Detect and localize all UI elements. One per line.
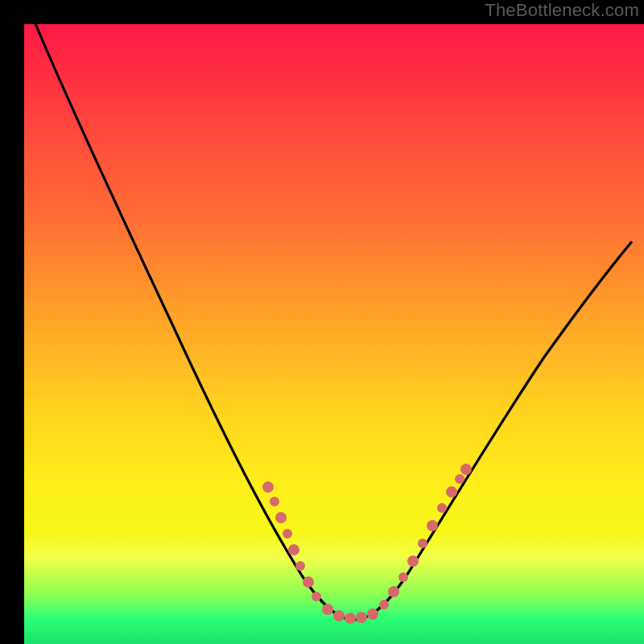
svg-point-11 xyxy=(356,612,367,623)
svg-point-10 xyxy=(345,613,356,624)
svg-point-1 xyxy=(270,497,279,506)
watermark-text: TheBottleneck.com xyxy=(485,0,639,21)
svg-point-2 xyxy=(275,512,287,523)
svg-point-19 xyxy=(437,503,447,513)
svg-point-7 xyxy=(312,592,321,601)
chart-svg xyxy=(12,12,632,632)
svg-point-6 xyxy=(303,576,314,588)
svg-point-14 xyxy=(388,586,399,597)
svg-point-16 xyxy=(407,555,419,567)
svg-point-3 xyxy=(283,529,292,539)
svg-point-5 xyxy=(295,561,305,571)
svg-point-9 xyxy=(333,610,345,621)
svg-point-13 xyxy=(379,600,389,609)
svg-point-22 xyxy=(460,464,472,475)
svg-point-21 xyxy=(455,474,464,484)
svg-point-12 xyxy=(367,609,378,620)
svg-point-20 xyxy=(446,486,457,497)
svg-point-4 xyxy=(288,544,299,555)
svg-point-0 xyxy=(262,481,274,493)
svg-point-18 xyxy=(427,520,438,531)
bottleneck-curve xyxy=(31,12,632,620)
marker-dots xyxy=(262,464,472,624)
svg-point-15 xyxy=(398,572,408,582)
chart-frame xyxy=(12,12,632,632)
svg-point-17 xyxy=(418,539,427,548)
svg-point-8 xyxy=(322,604,333,615)
